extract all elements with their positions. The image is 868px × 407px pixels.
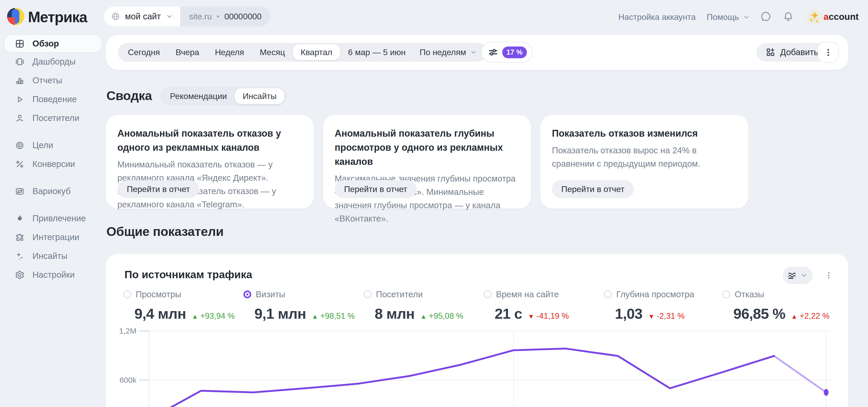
counter-meta: site.ru 00000000 bbox=[180, 6, 271, 26]
line-chart-icon bbox=[787, 271, 797, 280]
trend-up-icon: ▲ bbox=[312, 313, 318, 320]
metric-radio[interactable] bbox=[364, 291, 372, 298]
add-widget-button[interactable]: Добавить bbox=[756, 43, 827, 62]
metrika-logo bbox=[7, 8, 24, 25]
puzzle-icon bbox=[15, 233, 25, 242]
metric-depth: Глубина просмотра 1,03 ▼-2,31 % bbox=[604, 290, 694, 322]
sidebar-item-overview[interactable]: Обзор bbox=[4, 35, 102, 52]
globe-icon bbox=[111, 12, 120, 21]
trend-down-icon: ▼ bbox=[648, 313, 655, 320]
insight-card-title: Аномальный показатель глубины просмотров… bbox=[335, 127, 520, 169]
go-to-report-button[interactable]: Перейти в отчет bbox=[552, 180, 634, 198]
bar-chart-icon bbox=[15, 76, 25, 86]
account-username[interactable]: account bbox=[824, 11, 859, 22]
period-quarter[interactable]: Квартал bbox=[293, 44, 340, 60]
insight-card: Аномальный показатель глубины просмотров… bbox=[323, 115, 531, 208]
chevron-down-icon bbox=[800, 271, 808, 279]
metric-bounce-rate: Отказы 96,85 % ▲+2,22 % bbox=[722, 290, 830, 322]
sidebar-item-visitors[interactable]: Посетители bbox=[0, 109, 106, 128]
sidebar-item-conversions[interactable]: Конверсии bbox=[0, 155, 106, 173]
grouping-select[interactable]: По неделям bbox=[410, 43, 487, 62]
experiment-card-icon bbox=[15, 186, 25, 196]
sparkles-icon[interactable] bbox=[807, 9, 822, 24]
sidebar-item-dashboards[interactable]: Дашборды bbox=[0, 52, 106, 71]
sidebar: Обзор Дашборды Отчеты Поведение Посетите… bbox=[0, 35, 106, 284]
toolbar: Сегодня Вчера Неделя Месяц Квартал 6 мар… bbox=[106, 35, 848, 70]
sidebar-item-goals[interactable]: Цели bbox=[0, 136, 106, 155]
metric-radio[interactable] bbox=[484, 291, 492, 298]
chevron-down-icon bbox=[165, 12, 173, 21]
counter-domain: site.ru bbox=[189, 12, 212, 22]
toolbar-more-button[interactable] bbox=[817, 42, 839, 63]
insight-card: Аномальный показатель отказов у одного и… bbox=[106, 115, 314, 208]
sparkles-icon bbox=[15, 251, 25, 261]
sidebar-item-reports[interactable]: Отчеты bbox=[0, 71, 106, 90]
widget-more-button[interactable] bbox=[823, 269, 835, 282]
dashboards-icon bbox=[15, 57, 25, 67]
counter-name: мой сайт bbox=[125, 11, 161, 22]
period-today[interactable]: Сегодня bbox=[120, 44, 168, 60]
go-to-report-button[interactable]: Перейти в отчет bbox=[335, 180, 416, 198]
insight-card: Показатель отказов изменился Показатель … bbox=[540, 115, 748, 208]
overview-section-title: Общие показатели bbox=[106, 224, 223, 239]
sampling-badge: 17 % bbox=[502, 46, 527, 58]
metric-time-on-site: Время на сайте 21 с ▼-41,19 % bbox=[484, 290, 569, 322]
insight-card-text: Максимальные значения глубины просмотра … bbox=[335, 172, 520, 225]
counter-name-section[interactable]: мой сайт bbox=[104, 6, 180, 26]
feedback-chat-icon[interactable] bbox=[760, 10, 772, 23]
metric-radio[interactable] bbox=[722, 291, 730, 298]
period-week[interactable]: Неделя bbox=[207, 44, 252, 60]
trend-up-icon: ▲ bbox=[421, 313, 427, 320]
insight-card-title: Показатель отказов изменился bbox=[552, 127, 737, 140]
trend-down-icon: ▼ bbox=[528, 313, 534, 320]
add-widget-icon bbox=[766, 47, 775, 57]
summary-tabs: Рекомендации Инсайты bbox=[160, 87, 286, 106]
account-settings-link[interactable]: Настройка аккаунта bbox=[618, 12, 696, 22]
counter-selector[interactable]: мой сайт site.ru 00000000 bbox=[104, 6, 271, 26]
flame-icon bbox=[15, 214, 25, 223]
metric-views: Просмотры 9,4 млн ▲+93,94 % bbox=[123, 290, 235, 322]
sliders-icon bbox=[488, 47, 499, 58]
sidebar-item-settings[interactable]: Настройки bbox=[0, 265, 106, 284]
sidebar-item-insights[interactable]: Инсайты bbox=[0, 247, 106, 265]
play-icon bbox=[15, 95, 25, 104]
kebab-menu-icon bbox=[824, 271, 833, 280]
chevron-down-icon bbox=[743, 13, 750, 21]
gear-icon bbox=[15, 270, 25, 280]
grouping-value: По неделям bbox=[412, 44, 485, 60]
sampling-settings-button[interactable]: 17 % bbox=[481, 42, 533, 63]
kebab-menu-icon bbox=[824, 48, 833, 57]
period-yesterday[interactable]: Вчера bbox=[168, 44, 207, 60]
notifications-bell-icon[interactable] bbox=[782, 10, 794, 23]
brand-title: Метрика bbox=[28, 8, 87, 26]
target-icon bbox=[15, 140, 25, 150]
grid-icon bbox=[15, 39, 25, 48]
metric-radio[interactable] bbox=[604, 291, 612, 298]
sidebar-item-variocube[interactable]: Вариокуб bbox=[0, 182, 106, 201]
tab-insights[interactable]: Инсайты bbox=[235, 88, 284, 104]
percent-icon bbox=[15, 159, 25, 169]
widget-title: По источникам трафика bbox=[124, 269, 252, 281]
tab-recommendations[interactable]: Рекомендации bbox=[162, 88, 235, 104]
insight-card-title: Аномальный показатель отказов у одного и… bbox=[117, 127, 302, 155]
dot-separator bbox=[217, 15, 219, 18]
go-to-report-button[interactable]: Перейти в отчет bbox=[117, 180, 199, 198]
trend-up-icon: ▲ bbox=[192, 313, 198, 320]
sidebar-item-integrations[interactable]: Интеграции bbox=[0, 228, 106, 247]
sidebar-item-behavior[interactable]: Поведение bbox=[0, 90, 106, 109]
person-icon bbox=[15, 113, 25, 123]
period-segmented-control: Сегодня Вчера Неделя Месяц Квартал 6 мар… bbox=[118, 43, 426, 62]
summary-title: Сводка bbox=[106, 88, 152, 103]
help-menu[interactable]: Помощь bbox=[707, 12, 750, 22]
counter-id: 00000000 bbox=[224, 12, 261, 22]
metric-visitors: Посетители 8 млн ▲+95,08 % bbox=[364, 290, 463, 322]
trend-up-icon: ▲ bbox=[791, 313, 798, 320]
metric-radio[interactable] bbox=[123, 291, 131, 298]
sidebar-item-acquisition[interactable]: Привлечение bbox=[0, 209, 106, 228]
chart-type-select[interactable] bbox=[783, 267, 813, 284]
period-month[interactable]: Месяц bbox=[252, 44, 293, 60]
chevron-down-icon bbox=[470, 48, 477, 56]
insight-card-text: Показатель отказов вырос на 24% в сравне… bbox=[552, 144, 737, 170]
metric-radio-selected[interactable] bbox=[243, 291, 251, 298]
metric-visits: Визиты 9,1 млн ▲+98,51 % bbox=[243, 290, 355, 322]
